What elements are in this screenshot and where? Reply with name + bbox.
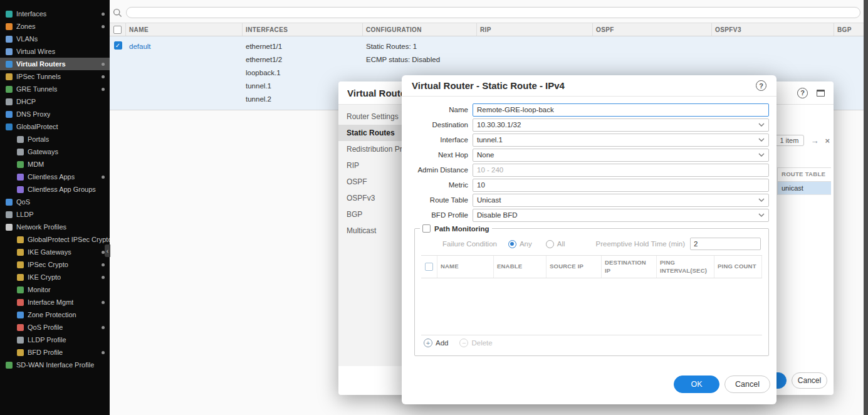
column-header-interfaces[interactable]: INTERFACES bbox=[243, 23, 363, 36]
sidebar-item-dhcp[interactable]: DHCP bbox=[0, 95, 110, 108]
route-table-cell[interactable]: unicast bbox=[778, 182, 831, 195]
next-hop-select[interactable]: None bbox=[473, 149, 769, 162]
sidebar-item-ipsec-tunnels[interactable]: IPSec Tunnels bbox=[0, 70, 110, 83]
pm-column-header-name[interactable]: NAME bbox=[437, 256, 494, 278]
globalprotect-icon bbox=[6, 123, 13, 130]
sidebar-item-globalprotect[interactable]: GlobalProtect bbox=[0, 120, 110, 133]
sidebar-item-network-profiles[interactable]: Network Profiles bbox=[0, 221, 110, 233]
route-table-select[interactable]: Unicast bbox=[473, 194, 769, 207]
status-dot bbox=[102, 263, 105, 266]
sidebar-item-virtual-wires[interactable]: Virtual Wires bbox=[0, 45, 110, 58]
sidebar-item-qos-profile[interactable]: QoS Profile bbox=[0, 321, 110, 334]
sidebar-item-label: VLANs bbox=[16, 35, 38, 43]
sidebar-item-monitor[interactable]: Monitor bbox=[0, 283, 110, 296]
sidebar-item-label: LLDP bbox=[16, 211, 34, 218]
sidebar-item-dns-proxy[interactable]: DNS Proxy bbox=[0, 108, 110, 120]
column-header-configuration[interactable]: CONFIGURATION bbox=[363, 23, 477, 36]
status-dot bbox=[102, 176, 105, 179]
sidebar-item-globalprotect-ipsec-crypto[interactable]: GlobalProtect IPSec Crypto bbox=[0, 233, 110, 246]
help-icon[interactable]: ? bbox=[797, 88, 808, 98]
row-name-link[interactable]: default bbox=[129, 43, 151, 50]
sidebar-item-label: LLDP Profile bbox=[28, 336, 66, 344]
admin-distance-input[interactable] bbox=[473, 164, 769, 177]
pm-column-header-destination-ip[interactable]: DESTINATION IP bbox=[602, 256, 657, 278]
add-button[interactable]: + Add bbox=[424, 339, 448, 347]
search-bar bbox=[110, 0, 868, 23]
sidebar-item-clientless-app-groups[interactable]: Clientless App Groups bbox=[0, 183, 110, 196]
column-header-ospfv3[interactable]: OSPFV3 bbox=[712, 23, 834, 36]
maximize-icon[interactable] bbox=[817, 90, 825, 97]
destination-select[interactable]: 10.30.30.1/32 bbox=[473, 118, 769, 132]
delete-button[interactable]: − Delete bbox=[459, 339, 492, 347]
sidebar-item-ipsec-crypto[interactable]: IPSec Crypto bbox=[0, 258, 110, 271]
search-input[interactable] bbox=[126, 7, 860, 18]
sidebar-item-zone-protection[interactable]: Zone Protection bbox=[0, 308, 110, 321]
ok-button[interactable]: OK bbox=[674, 376, 719, 393]
select-all-checkbox[interactable] bbox=[113, 26, 122, 34]
sidebar-item-label: BFD Profile bbox=[28, 349, 63, 356]
sidebar-item-clientless-apps[interactable]: Clientless Apps bbox=[0, 171, 110, 183]
metric-input[interactable] bbox=[473, 179, 769, 192]
interface-value: tunnel.1 bbox=[477, 136, 503, 144]
sidebar-item-gre-tunnels[interactable]: GRE Tunnels bbox=[0, 83, 110, 95]
column-header-ospf[interactable]: OSPF bbox=[593, 23, 712, 36]
sidebar-item-label: Clientless Apps bbox=[28, 173, 75, 181]
sidebar-item-interfaces[interactable]: Interfaces bbox=[0, 8, 110, 20]
sidebar-item-sd-wan-interface-profile[interactable]: SD-WAN Interface Profile bbox=[0, 359, 110, 371]
sidebar-item-portals[interactable]: Portals bbox=[0, 133, 110, 145]
arrow-right-icon[interactable]: → bbox=[810, 136, 818, 145]
sidebar-item-vlans[interactable]: VLANs bbox=[0, 33, 110, 45]
sidebar-collapse-handle[interactable]: ‹ bbox=[105, 244, 110, 257]
hold-time-input[interactable] bbox=[690, 238, 761, 250]
clientless-app-groups-icon bbox=[17, 186, 24, 193]
cancel-button[interactable]: Cancel bbox=[724, 376, 770, 393]
bfd-profile-select[interactable]: Disable BFD bbox=[473, 209, 769, 222]
status-dot bbox=[102, 25, 105, 28]
table-header-row: NAMEINTERFACESCONFIGURATIONRIPOSPFOSPFV3… bbox=[110, 23, 868, 36]
pm-column-header-ping-count[interactable]: PING COUNT bbox=[714, 256, 762, 278]
sidebar-item-virtual-routers[interactable]: Virtual Routers bbox=[0, 58, 110, 70]
sidebar-item-ike-gateways[interactable]: IKE Gateways bbox=[0, 246, 110, 258]
column-header-name[interactable]: NAME bbox=[126, 23, 243, 36]
interface-select[interactable]: tunnel.1 bbox=[473, 134, 769, 147]
sidebar-item-gateways[interactable]: Gateways bbox=[0, 145, 110, 158]
pm-column-header-source-ip[interactable]: SOURCE IP bbox=[546, 256, 602, 278]
help-icon[interactable]: ? bbox=[756, 80, 766, 91]
sidebar-item-bfd-profile[interactable]: BFD Profile bbox=[0, 346, 110, 359]
status-dot bbox=[102, 276, 105, 279]
sidebar-item-label: QoS Profile bbox=[28, 323, 63, 331]
chevron-down-icon bbox=[758, 153, 765, 157]
vertical-scrollbar[interactable] bbox=[864, 0, 868, 415]
chevron-down-icon bbox=[758, 198, 765, 202]
failure-condition-label: Failure Condition bbox=[442, 240, 497, 248]
row-checkbox[interactable]: ✓ bbox=[114, 41, 122, 50]
failure-condition-all-radio[interactable] bbox=[546, 240, 554, 248]
pm-column-header-ping-interval-sec[interactable]: PING INTERVAL(SEC) bbox=[657, 256, 714, 278]
qos-icon bbox=[6, 199, 13, 206]
sidebar-item-lldp-profile[interactable]: LLDP Profile bbox=[0, 334, 110, 346]
sidebar-item-zones[interactable]: Zones bbox=[0, 20, 110, 33]
static-route-form: Name Destination 10.30.30.1/32 Interface… bbox=[402, 97, 776, 222]
column-header-rip[interactable]: RIP bbox=[477, 23, 593, 36]
sidebar-item-mdm[interactable]: MDM bbox=[0, 158, 110, 171]
close-icon[interactable]: × bbox=[825, 136, 830, 145]
pm-select-all-checkbox[interactable] bbox=[425, 263, 433, 271]
route-table-column-header[interactable]: ROUTE TABLE bbox=[778, 167, 831, 182]
sidebar-item-interface-mgmt[interactable]: Interface Mgmt bbox=[0, 296, 110, 308]
path-monitoring-checkbox[interactable] bbox=[422, 224, 431, 233]
route-table-column: ROUTE TABLE unicast bbox=[777, 167, 831, 195]
sidebar-item-qos[interactable]: QoS bbox=[0, 196, 110, 208]
status-dot bbox=[102, 301, 105, 304]
status-dot bbox=[102, 13, 105, 16]
virtual-router-cancel-button[interactable]: Cancel bbox=[792, 372, 827, 389]
sidebar-item-ike-crypto[interactable]: IKE Crypto bbox=[0, 271, 110, 283]
sidebar-item-label: IKE Crypto bbox=[28, 273, 61, 281]
sidebar-item-lldp[interactable]: LLDP bbox=[0, 208, 110, 221]
bfd-profile-icon bbox=[17, 349, 24, 356]
column-header-bgp[interactable]: BGP bbox=[834, 23, 868, 36]
name-input[interactable] bbox=[473, 103, 769, 117]
failure-condition-any-radio[interactable] bbox=[508, 240, 516, 248]
delete-label: Delete bbox=[471, 339, 492, 347]
pm-column-header-enable[interactable]: ENABLE bbox=[494, 256, 546, 278]
virtual-router-dialog-title: Virtual Router bbox=[347, 88, 409, 98]
